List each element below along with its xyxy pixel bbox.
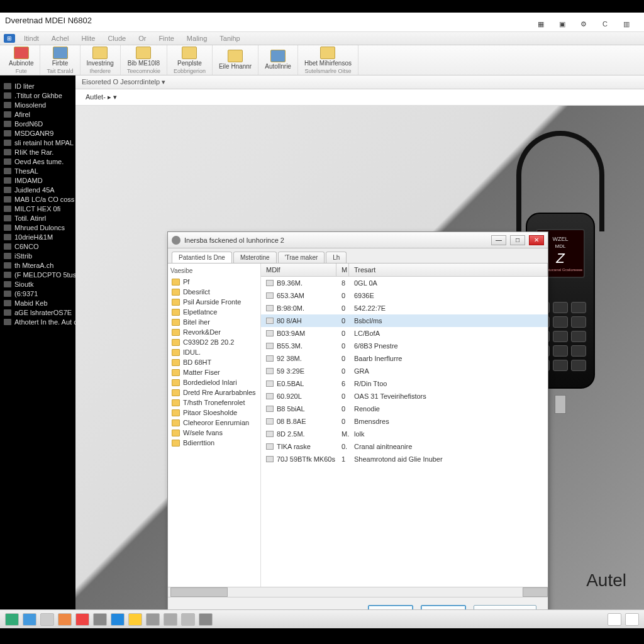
breadcrumb-bar[interactable]: Eisoreted O Jesorrdintelp ▾	[75, 75, 644, 89]
tool-icon[interactable]: ▥	[621, 19, 631, 29]
taskbar-item[interactable]	[75, 613, 89, 626]
tree-node[interactable]: Revork&Der	[170, 327, 258, 337]
sidebar-item[interactable]: MSDGANR9	[4, 130, 72, 137]
dialog-tab[interactable]: Msterotine	[233, 252, 277, 263]
scroll-thumb[interactable]	[170, 587, 228, 597]
horizontal-scrollbar[interactable]	[168, 587, 548, 597]
list-row[interactable]: B:98:0M.0542.22:7E	[261, 302, 548, 314]
col-header[interactable]: M	[336, 264, 349, 276]
taskbar-item[interactable]	[5, 613, 19, 626]
sidebar-item[interactable]: RIiK the Rar.	[4, 148, 72, 156]
sidebar-item[interactable]: th MteraA.ch	[4, 262, 72, 269]
sidebar-item[interactable]: (6:9371	[4, 290, 72, 297]
sidebar-item[interactable]: Oevd Aes tume.	[4, 158, 72, 165]
sidebar-item[interactable]: MILCT HEX 0fi	[4, 205, 72, 213]
col-header[interactable]: Tresart	[349, 264, 548, 276]
tree-node[interactable]: Psil Aurside Fronte	[170, 297, 258, 307]
ribbon-group[interactable]: FirbteTait Esrald	[40, 45, 80, 75]
close-button[interactable]: ✕	[529, 235, 544, 245]
list-row[interactable]: 59 3:29E0GRA	[261, 365, 548, 377]
sidebar-item[interactable]: Afirel	[4, 111, 72, 118]
list-row[interactable]: 653.3AM06936E	[261, 289, 548, 302]
menu-item[interactable]: Maling	[180, 33, 213, 43]
tree-node[interactable]: Bdierrttion	[170, 438, 258, 448]
dialog-list[interactable]: MDlf M Tresart B9.36M.80GL 0A653.3AM0693…	[261, 264, 548, 587]
sidebar-item[interactable]: ThesAL	[4, 167, 72, 175]
tree-node[interactable]: Cleheoror Eenrurnian	[170, 418, 258, 428]
list-row[interactable]: TIKA raske0.Cranal ainitneanire	[261, 440, 548, 453]
dialog-titlebar[interactable]: Inersba fsckened ol Iunhorince 2 — □ ✕	[168, 232, 548, 248]
menu-item[interactable]: Clude	[101, 33, 132, 43]
sidebar-item[interactable]: BordN6D	[4, 120, 72, 128]
sidebar-item[interactable]: aGE lshraterOS7E	[4, 309, 72, 316]
menu-item[interactable]: Hlite	[75, 33, 101, 43]
sidebar-item[interactable]: Mhrued Duloncs	[4, 224, 72, 231]
scroll-thumb[interactable]	[523, 587, 548, 597]
taskbar-item[interactable]	[111, 613, 125, 626]
list-row[interactable]: 92 38M.0Baarb Inerflurre	[261, 352, 548, 365]
list-row[interactable]: 8D 2.5M.M.lolk	[261, 428, 548, 440]
sidebar-item[interactable]: sli retainl hot MPAL	[4, 139, 72, 147]
tree-node[interactable]: Bordedielod Inlari	[170, 377, 258, 387]
sidebar-item[interactable]: Totil. Atinrl	[4, 214, 72, 222]
list-row[interactable]: E0.5BAL6R/Din Ttoo	[261, 377, 548, 390]
tree-node[interactable]: Dretd Rre Aurarbabnles	[170, 387, 258, 397]
ribbon-group[interactable]: Autollnrie	[258, 45, 298, 75]
tree-node[interactable]: IDUL.	[170, 347, 258, 357]
tree-node[interactable]: BD 68HT	[170, 357, 258, 367]
col-header[interactable]: MDlf	[261, 264, 336, 276]
menu-item[interactable]: Itindt	[18, 33, 45, 43]
sidebar-item[interactable]: Mabid Keb	[4, 299, 72, 307]
taskbar-item[interactable]	[199, 613, 213, 626]
tree-node[interactable]: Bitel iher	[170, 317, 258, 327]
sidebar-item[interactable]: .Ttitut or Gkhbe	[4, 92, 72, 99]
tree-node[interactable]: C939D2 2B 20.2	[170, 337, 258, 347]
tree-node[interactable]: T/hsth Tronefenrolet	[170, 397, 258, 408]
tree-node[interactable]: Dbesrilct	[170, 287, 258, 297]
list-row[interactable]: B55.3M.06/8B3 Pnestre	[261, 340, 548, 352]
tree-node[interactable]: Elpetlatnce	[170, 307, 258, 317]
tree-node[interactable]: Pitaor Sloesholde	[170, 408, 258, 418]
minimize-button[interactable]: —	[491, 235, 506, 245]
tray-icon[interactable]	[608, 613, 621, 626]
taskbar[interactable]	[0, 609, 644, 628]
menu-item[interactable]: Or	[132, 33, 152, 43]
sidebar-item[interactable]: IMDAMD	[4, 177, 72, 184]
menu-item[interactable]: Finte	[152, 33, 180, 43]
tool-icon[interactable]: ▦	[536, 19, 546, 29]
dialog-tree[interactable]: VaesibePfDbesrilctPsil Aurside FronteElp…	[168, 264, 261, 587]
ribbon-group[interactable]: PenplsteEobbrigerion	[167, 45, 213, 75]
list-row[interactable]: B9.36M.80GL 0A	[261, 277, 548, 289]
taskbar-item[interactable]	[128, 613, 142, 626]
dialog-tab[interactable]: Patantied Is Dne	[172, 252, 232, 263]
sidebar-item[interactable]: ID liter	[4, 82, 72, 90]
sidebar-item[interactable]: (F MELDCPTO 5tustibas	[4, 271, 72, 279]
list-row[interactable]: B8 5biAL0Renodie	[261, 402, 548, 415]
tree-node[interactable]: Pf	[170, 277, 258, 287]
taskbar-item[interactable]	[146, 613, 160, 626]
ribbon-group[interactable]: Bib ME10l8Teecomnokie	[121, 45, 167, 75]
list-row[interactable]: 08 B.8AE0Bmensdres	[261, 415, 548, 428]
menu-item[interactable]: Achel	[45, 33, 75, 43]
list-row[interactable]: 70J 59BTfk MK60s1Sheamrotond aid Glie In…	[261, 453, 548, 465]
ribbon-group[interactable]: InvestringIherdere	[80, 45, 121, 75]
sidebar-item[interactable]: Sioutk	[4, 280, 72, 288]
taskbar-item[interactable]	[40, 613, 54, 626]
taskbar-item[interactable]	[23, 613, 36, 626]
maximize-button[interactable]: □	[510, 235, 525, 245]
ribbon-group[interactable]: AubinoteFute	[3, 45, 40, 75]
ribbon-group[interactable]: Eile Hnannr	[213, 45, 258, 75]
menu-item[interactable]: Tanihp	[213, 33, 246, 43]
list-row[interactable]: 80 8/AH0Bsbcl/ms	[261, 314, 548, 327]
taskbar-item[interactable]	[58, 613, 72, 626]
refresh-icon[interactable]: C	[600, 19, 610, 29]
tool-icon[interactable]: ▣	[557, 19, 567, 29]
taskbar-item[interactable]	[181, 613, 195, 626]
sidebar-item[interactable]: Athotert In the. Aut colil htrhde.	[4, 318, 72, 326]
quick-access-icon[interactable]: ⊞	[4, 34, 15, 43]
sidebar-item[interactable]: C6NCO	[4, 243, 72, 250]
sidebar-item[interactable]: iSttrib	[4, 252, 72, 260]
dialog-tab[interactable]: 'Trae maker	[278, 252, 325, 263]
tree-node[interactable]: W/sele fvans	[170, 428, 258, 438]
list-row[interactable]: 60.920L0OAS 31 Teveirihefistors	[261, 390, 548, 402]
